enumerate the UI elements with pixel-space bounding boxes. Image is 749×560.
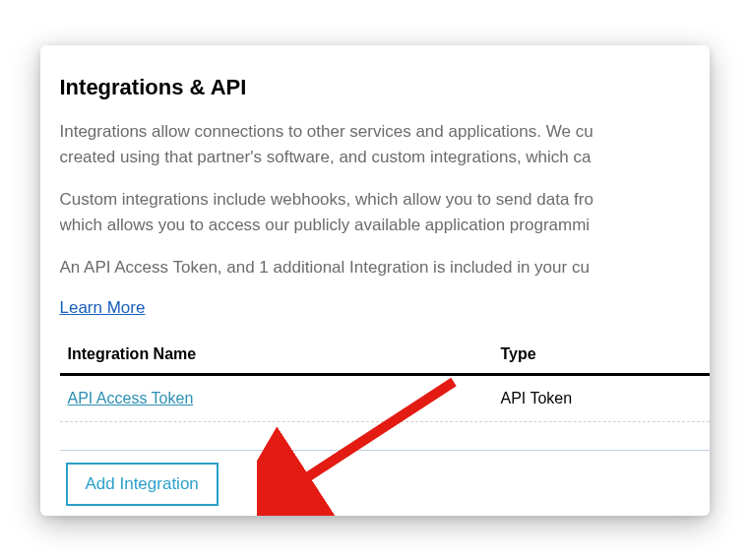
cell-type: API Token — [501, 390, 710, 407]
intro-paragraph-1-line2: created using that partner's software, a… — [60, 146, 710, 170]
api-access-token-link[interactable]: API Access Token — [68, 390, 194, 406]
intro-paragraph-3: An API Access Token, and 1 additional In… — [60, 256, 710, 280]
intro-paragraph-1-line1: Integrations allow connections to other … — [60, 120, 710, 145]
page-title: Integrations & API — [60, 75, 710, 100]
cell-integration-name: API Access Token — [68, 390, 501, 407]
intro-paragraph-2-line2: which allows you to access our publicly … — [60, 214, 710, 238]
table-row: API Access Token API Token — [60, 376, 710, 422]
table-header-row: Integration Name Type — [60, 338, 710, 376]
header-integration-name: Integration Name — [68, 345, 501, 363]
intro-paragraph-2-line1: Custom integrations include webhooks, wh… — [60, 188, 710, 213]
integrations-card: Integrations & API Integrations allow co… — [40, 45, 710, 516]
add-integration-button[interactable]: Add Integration — [66, 463, 218, 506]
header-type: Type — [501, 345, 710, 363]
footer-divider — [60, 450, 710, 451]
learn-more-link[interactable]: Learn More — [60, 298, 146, 318]
card-content: Integrations & API Integrations allow co… — [40, 45, 710, 506]
integrations-table: Integration Name Type API Access Token A… — [60, 338, 710, 422]
